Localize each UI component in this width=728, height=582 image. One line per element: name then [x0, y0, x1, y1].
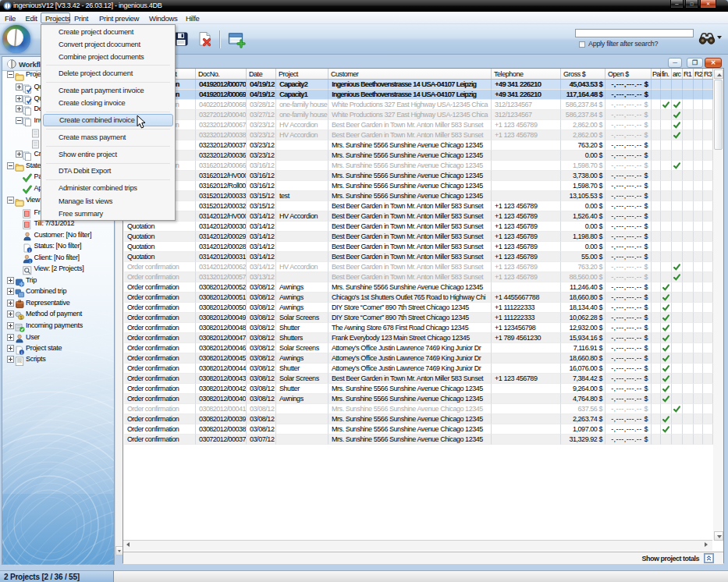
svg-text:$: $: [20, 314, 22, 319]
